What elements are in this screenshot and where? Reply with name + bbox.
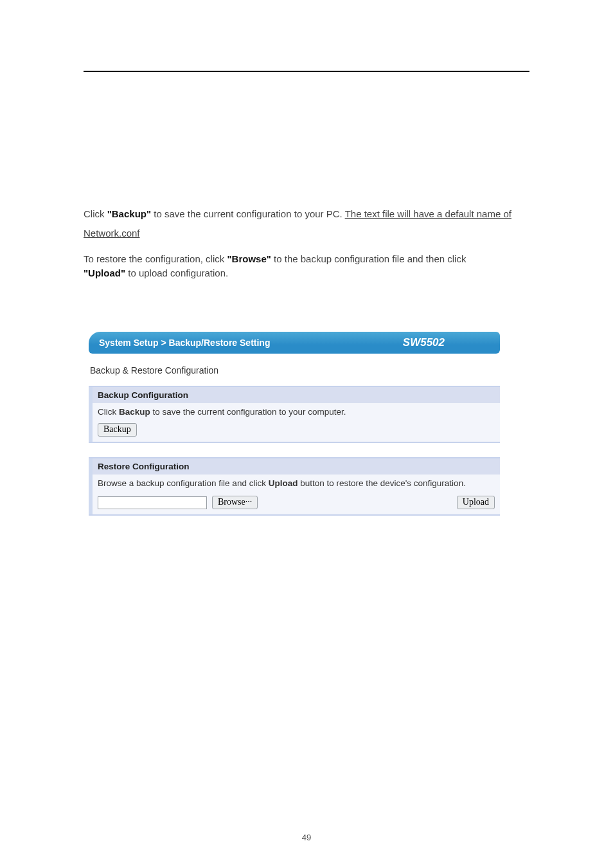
doc-paragraph-3b: "Upload" to upload configuration. [84, 266, 529, 280]
backup-panel-heading: Backup Configuration [93, 387, 500, 403]
breadcrumb: System Setup > Backup/Restore Setting [99, 338, 270, 348]
header-rule [84, 71, 529, 72]
restore-text-bold: Upload [269, 478, 298, 488]
backup-text-post: to save the current configuration to you… [150, 407, 346, 417]
doc-p3-browse: "Browse" [227, 253, 271, 264]
page-header-bar: System Setup > Backup/Restore Setting SW… [89, 332, 500, 354]
section-title: Backup & Restore Configuration [90, 365, 500, 375]
backup-panel: Backup Configuration Click Backup to sav… [89, 386, 500, 443]
backup-text-pre: Click [98, 407, 119, 417]
page-number: 49 [0, 833, 613, 842]
doc-paragraph-1: Click "Backup" to save the current confi… [84, 207, 529, 221]
restore-panel: Restore Configuration Browse a backup co… [89, 457, 500, 516]
restore-text-pre: Browse a backup configuration file and c… [98, 478, 269, 488]
upload-button[interactable]: Upload [457, 496, 495, 509]
doc-p3-post: to upload configuration. [125, 267, 228, 278]
backup-button[interactable]: Backup [98, 423, 137, 437]
figure-block: System Setup > Backup/Restore Setting SW… [84, 332, 529, 516]
restore-panel-heading: Restore Configuration [93, 458, 500, 475]
doc-p3-pre: To restore the configuration, click [84, 253, 227, 264]
doc-p3-upload: "Upload" [84, 267, 125, 278]
doc-p1-post: to save the current configuration to you… [151, 208, 345, 219]
doc-p2b-underline: Network.conf [84, 226, 140, 240]
backup-text-bold: Backup [119, 407, 150, 417]
backup-panel-text: Click Backup to save the current configu… [93, 403, 500, 420]
device-model: SW5502 [403, 336, 490, 349]
doc-p1-pre: Click [84, 208, 107, 219]
restore-panel-text: Browse a backup configuration file and c… [93, 475, 500, 492]
doc-p2a-underline: The text file will have a default name o… [345, 208, 511, 219]
doc-p3-mid: to the backup configuration file and the… [271, 253, 466, 264]
doc-paragraph-3: To restore the configuration, click "Bro… [84, 252, 529, 266]
browse-button[interactable]: Browse··· [212, 496, 258, 509]
restore-text-post: button to restore the device's configura… [298, 478, 465, 488]
restore-file-input[interactable] [98, 496, 207, 509]
doc-p1-backup: "Backup" [107, 208, 151, 219]
